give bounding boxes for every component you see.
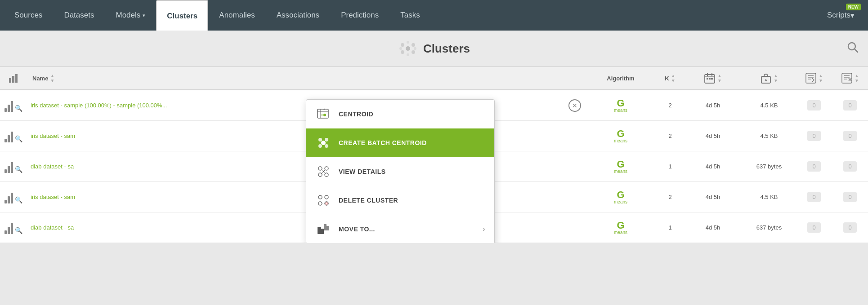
search-icon <box>846 41 859 53</box>
svg-point-5 <box>407 41 409 44</box>
row2-chart-icon: 🔍 <box>4 130 22 142</box>
svg-point-53 <box>325 195 328 199</box>
row1-chart-icon: 🔍 <box>4 99 22 112</box>
calendar-icon <box>704 72 716 84</box>
row4-col6: 0 <box>796 187 832 207</box>
scripts-new-badge: NEW <box>846 4 861 10</box>
row5-algorithm-cell: G means <box>585 216 657 239</box>
svg-point-0 <box>406 46 410 51</box>
row1-date-cell: 4d 5h <box>684 97 742 113</box>
k-sort-icon[interactable]: ▲▼ <box>671 73 676 83</box>
row2-size: 4.5 KB <box>742 128 796 144</box>
row4-col7-badge: 0 <box>843 192 857 202</box>
row1-search-icon: 🔍 <box>15 105 22 112</box>
row4-algorithm-cell: G means <box>585 186 657 209</box>
row2-algorithm-cell: G means <box>585 124 657 148</box>
search-button[interactable] <box>846 41 859 56</box>
svg-point-48 <box>318 173 322 177</box>
row1-col6-badge: 0 <box>807 100 821 111</box>
create-batch-centroid-label: CREATE BATCH CENTROID <box>339 139 427 146</box>
date-sort-icon[interactable]: ▲▼ <box>717 73 722 83</box>
svg-rect-13 <box>15 74 18 83</box>
row5-k: 1 <box>657 220 684 235</box>
context-menu-item-create-batch-centroid[interactable]: CREATE BATCH CENTROID <box>306 128 494 157</box>
row2-col6: 0 <box>796 126 832 146</box>
centroid-label: CENTROID <box>339 111 373 118</box>
context-menu-item-move-to[interactable]: MOVE TO... › <box>306 215 494 243</box>
row2-chart-cell: 🔍 <box>0 125 27 147</box>
context-menu-item-delete-cluster[interactable]: DELETE CLUSTER <box>306 186 494 215</box>
nav-item-datasets[interactable]: Datasets <box>53 0 105 31</box>
svg-point-47 <box>325 167 328 170</box>
row1-close-button[interactable]: ✕ <box>568 99 581 112</box>
col7-sort-icon[interactable]: ▲▼ <box>855 73 859 83</box>
nav-item-clusters[interactable]: Clusters <box>156 0 208 31</box>
row5-col6: 0 <box>796 218 832 237</box>
svg-text:+: + <box>323 108 326 111</box>
svg-point-7 <box>399 47 402 50</box>
nav-item-associations[interactable]: Associations <box>266 0 330 31</box>
nav-item-predictions[interactable]: Predictions <box>330 0 389 31</box>
row3-col7-badge: 0 <box>843 161 857 172</box>
centroid-icon: + <box>315 106 331 122</box>
th-col7: ▲▼ <box>832 67 868 89</box>
th-date: ▲▼ <box>684 67 742 89</box>
svg-rect-20 <box>711 78 713 80</box>
row4-date: 4d 5h <box>684 189 742 205</box>
row5-size: 637 bytes <box>742 220 796 235</box>
nav-item-models[interactable]: Models ▾ <box>105 0 156 31</box>
svg-point-6 <box>407 53 409 56</box>
row5-col7-badge: 0 <box>843 222 857 233</box>
view-details-label: VIEW DETAILS <box>339 168 386 175</box>
row3-date: 4d 5h <box>684 159 742 174</box>
move-to-label: MOVE TO... <box>339 225 375 233</box>
nav-item-scripts[interactable]: Scripts ▾ NEW <box>817 0 864 31</box>
delete-cluster-icon <box>315 192 331 208</box>
row4-col7: 0 <box>832 187 868 207</box>
svg-point-8 <box>414 47 416 50</box>
context-menu-item-centroid[interactable]: + CENTROID <box>306 100 494 128</box>
top-navigation: Sources Datasets Models ▾ Clusters Anoma… <box>0 0 868 31</box>
th-size: A ▲▼ <box>742 67 796 89</box>
size-sort-icon[interactable]: ▲▼ <box>774 73 778 83</box>
svg-text:A: A <box>765 78 767 82</box>
row2-date: 4d 5h <box>684 128 742 144</box>
clusters-title-group: Clusters <box>398 39 470 58</box>
svg-point-46 <box>318 167 322 170</box>
row1-algorithm-cell: G means <box>585 94 657 117</box>
row4-chart-cell: 🔍 <box>0 186 27 208</box>
row3-search-icon: 🔍 <box>15 166 22 173</box>
view-details-icon <box>315 164 331 180</box>
svg-point-9 <box>848 43 855 50</box>
col6-sort-icon[interactable]: ▲▼ <box>819 73 823 83</box>
row4-search-icon: 🔍 <box>15 196 22 203</box>
table-row: 🔍 iris dataset - sample (100.00%) - samp… <box>0 90 868 121</box>
main-content: Clusters Name ▲▼ Algorithm K ▲ <box>0 31 868 243</box>
size-icon: A <box>760 72 772 84</box>
row1-col7-badge: 0 <box>843 100 857 111</box>
move-to-icon <box>315 221 331 237</box>
svg-line-10 <box>855 49 858 53</box>
svg-point-4 <box>412 50 415 54</box>
svg-point-49 <box>325 173 328 177</box>
svg-point-54 <box>318 202 322 205</box>
row1-chart-cell: 🔍 <box>0 95 27 116</box>
row4-col6-badge: 0 <box>807 192 821 202</box>
bar-chart-header-icon <box>8 73 19 84</box>
name-sort-icon[interactable]: ▲▼ <box>50 73 54 83</box>
row1-k-cell: 2 <box>657 97 684 113</box>
row3-algorithm-gmeans: G means <box>614 159 627 174</box>
row2-search-icon: 🔍 <box>15 135 22 142</box>
svg-rect-27 <box>842 73 852 83</box>
nav-item-anomalies[interactable]: Anomalies <box>208 0 265 31</box>
svg-point-36 <box>323 114 326 116</box>
svg-point-42 <box>325 144 328 148</box>
context-menu-item-view-details[interactable]: VIEW DETAILS <box>306 157 494 186</box>
svg-rect-19 <box>709 78 711 80</box>
row5-algorithm-gmeans: G means <box>614 221 627 235</box>
row4-size: 4.5 KB <box>742 189 796 205</box>
nav-item-tasks[interactable]: Tasks <box>389 0 430 31</box>
svg-rect-12 <box>12 76 14 83</box>
nav-item-sources[interactable]: Sources <box>4 0 53 31</box>
svg-rect-59 <box>318 229 324 234</box>
